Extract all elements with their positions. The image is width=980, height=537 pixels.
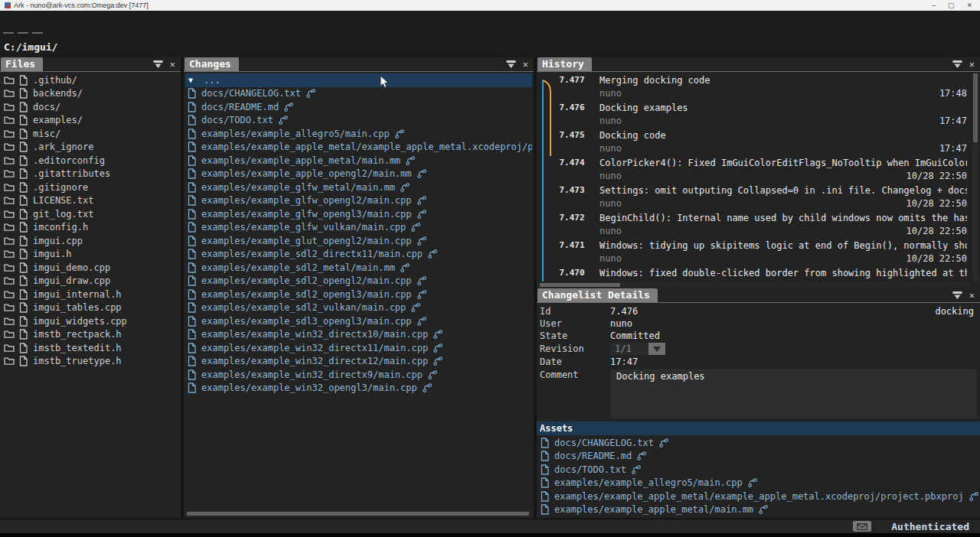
scrollbar-thumb[interactable] — [973, 73, 978, 142]
file-item[interactable]: LICENSE.txt — [2, 194, 179, 208]
changed-file-item[interactable]: examples/example_glfw_opengl3/main.cpp — [185, 207, 532, 221]
file-item[interactable]: imgui.h — [2, 248, 179, 262]
history-item[interactable]: 7.470 Windows: fixed double-clicked bord… — [537, 266, 972, 282]
workspace-path: C:/imgui/ — [0, 41, 980, 54]
asset-item[interactable]: examples/example_allegro5/main.cpp — [538, 477, 978, 490]
changed-file-path: examples/example_glfw_metal/main.mm — [201, 182, 395, 193]
changes-root-row[interactable]: ▼ ... — [185, 73, 532, 87]
file-item[interactable]: imgui_internal.h — [2, 288, 179, 301]
chevron-down-icon[interactable] — [648, 343, 665, 355]
tab-files[interactable]: Files — [1, 57, 43, 71]
toolbar-button[interactable] — [3, 32, 14, 34]
file-item[interactable]: .github/ — [2, 73, 179, 87]
changed-file-item[interactable]: examples/example_win32_opengl3/main.cpp — [185, 382, 532, 395]
file-item[interactable]: imgui_widgets.cpp — [2, 314, 179, 328]
filter-icon[interactable] — [506, 60, 516, 69]
file-item[interactable]: docs/ — [2, 100, 179, 114]
changed-file-item[interactable]: examples/example_sdl2_metal/main.mm — [185, 261, 532, 275]
changed-file-item[interactable]: docs/CHANGELOG.txt — [185, 87, 532, 101]
expander-icon[interactable]: ▼ — [188, 76, 193, 84]
file-item[interactable]: imstb_rectpack.h — [2, 328, 179, 342]
changed-file-item[interactable]: examples/example_apple_metal/example_app… — [185, 141, 532, 155]
maximize-button[interactable]: ▢ — [948, 0, 955, 11]
filter-icon[interactable] — [952, 60, 962, 69]
file-item[interactable]: .ark_ignore — [2, 141, 179, 155]
file-item[interactable]: imconfig.h — [2, 221, 179, 235]
branch-icon — [433, 329, 443, 340]
toolbar-button[interactable] — [18, 32, 28, 34]
close-panel-icon[interactable]: ✕ — [969, 60, 975, 68]
file-icon — [188, 155, 197, 166]
close-panel-icon[interactable]: ✕ — [523, 60, 528, 68]
tab-changelist-details[interactable]: Changelist Details — [537, 288, 658, 302]
changes-horizontal-scrollbar[interactable] — [185, 511, 532, 516]
history-vertical-scrollbar[interactable] — [972, 73, 978, 281]
changed-file-item[interactable]: examples/example_allegro5/main.cpp — [185, 127, 532, 141]
changed-file-item[interactable]: examples/example_sdl2_opengl2/main.cpp — [185, 275, 532, 288]
changed-file-item[interactable]: examples/example_apple_opengl2/main.mm — [185, 168, 532, 181]
auth-status: Authenticated — [891, 521, 969, 532]
revision-combo[interactable]: 1/1 — [610, 343, 665, 355]
changed-file-item[interactable]: examples/example_apple_metal/main.mm — [185, 154, 532, 168]
changed-file-item[interactable]: examples/example_sdl2_directx11/main.cpp — [185, 248, 532, 262]
history-item[interactable]: 7.477 Merging docking code nuno 17:48 — [537, 73, 972, 101]
changed-file-item[interactable]: examples/example_win32_directx11/main.cp… — [185, 341, 532, 355]
close-button[interactable]: ✕ — [966, 0, 972, 11]
files-tabbar: Files ✕ — [0, 57, 181, 72]
scrollbar-thumb[interactable] — [540, 283, 620, 287]
file-item[interactable]: .gitattributes — [2, 168, 179, 181]
commit-author: nuno — [599, 197, 622, 210]
asset-item[interactable]: docs/CHANGELOG.txt — [538, 436, 978, 450]
comment-field[interactable]: Docking examples — [610, 369, 977, 418]
history-item[interactable]: 7.473 Settings: omit outputing Collapsed… — [537, 184, 972, 211]
history-item[interactable]: 7.475 Docking code nuno 17:47 — [537, 129, 972, 156]
asset-item[interactable]: examples/example_apple_metal/main.mm — [538, 503, 978, 517]
minimize-button[interactable]: – — [932, 0, 936, 11]
changed-file-item[interactable]: examples/example_glut_opengl2/main.cpp — [185, 234, 532, 248]
changed-file-item[interactable]: examples/example_glfw_vulkan/main.cpp — [185, 221, 532, 235]
changed-file-item[interactable]: examples/example_sdl3_opengl3/main.cpp — [185, 314, 532, 328]
changed-file-item[interactable]: examples/example_win32_directx10/main.cp… — [185, 328, 532, 342]
file-item[interactable]: imgui_tables.cpp — [2, 301, 179, 315]
tab-changes[interactable]: Changes — [185, 57, 239, 71]
file-item[interactable]: imgui_demo.cpp — [2, 261, 179, 275]
asset-item[interactable]: examples/example_apple_metal/example_app… — [538, 490, 978, 503]
changed-file-item[interactable]: examples/example_win32_directx12/main.cp… — [185, 355, 532, 369]
file-item[interactable]: .editorconfig — [2, 154, 179, 168]
commit-title: Windows: tidying up skipitems logic at e… — [599, 239, 967, 252]
changed-file-item[interactable]: examples/example_glfw_opengl2/main.cpp — [185, 194, 532, 208]
assets-header[interactable]: Assets — [537, 421, 980, 435]
changed-file-item[interactable]: docs/TODO.txt — [185, 114, 532, 128]
file-item[interactable]: imstb_truetype.h — [2, 355, 179, 369]
changed-file-item[interactable]: examples/example_win32_directx9/main.cpp — [185, 368, 532, 382]
file-item[interactable]: backends/ — [2, 87, 179, 101]
mail-icon[interactable] — [853, 521, 871, 532]
file-item[interactable]: git_log.txt — [2, 207, 179, 221]
history-horizontal-scrollbar[interactable] — [538, 282, 971, 288]
close-panel-icon[interactable]: ✕ — [170, 60, 175, 68]
asset-item[interactable]: docs/TODO.txt — [538, 463, 978, 477]
changed-file-item[interactable]: examples/example_sdl2_opengl3/main.cpp — [185, 288, 532, 301]
branch-icon — [416, 195, 427, 206]
history-item[interactable]: 7.471 Windows: tidying up skipitems logi… — [537, 239, 972, 266]
file-item[interactable]: imgui.cpp — [2, 234, 179, 248]
file-item[interactable]: imstb_textedit.h — [2, 341, 179, 355]
changed-file-item[interactable]: examples/example_glfw_metal/main.mm — [185, 181, 532, 194]
file-item[interactable]: .gitignore — [2, 181, 179, 194]
tab-history[interactable]: History — [537, 57, 592, 71]
file-name: imgui.cpp — [33, 236, 83, 246]
file-item[interactable]: misc/ — [2, 127, 179, 141]
history-item[interactable]: 7.476 Docking examples nuno 17:47 — [537, 101, 972, 129]
changed-file-item[interactable]: docs/README.md — [185, 100, 532, 114]
changed-file-item[interactable]: examples/example_sdl2_vulkan/main.cpp — [185, 301, 532, 315]
toolbar-button[interactable] — [32, 32, 43, 34]
filter-icon[interactable] — [952, 291, 962, 300]
history-item[interactable]: 7.472 BeginChild(): Internal name used b… — [537, 211, 972, 239]
close-panel-icon[interactable]: ✕ — [969, 291, 975, 299]
file-item[interactable]: examples/ — [2, 114, 179, 128]
filter-icon[interactable] — [153, 60, 163, 69]
history-item[interactable]: 7.474 ColorPicker4(): Fixed ImGuiColorEd… — [537, 156, 972, 184]
file-item[interactable]: imgui_draw.cpp — [2, 275, 179, 288]
asset-item[interactable]: docs/README.md — [538, 450, 978, 464]
scrollbar-thumb[interactable] — [187, 512, 529, 516]
